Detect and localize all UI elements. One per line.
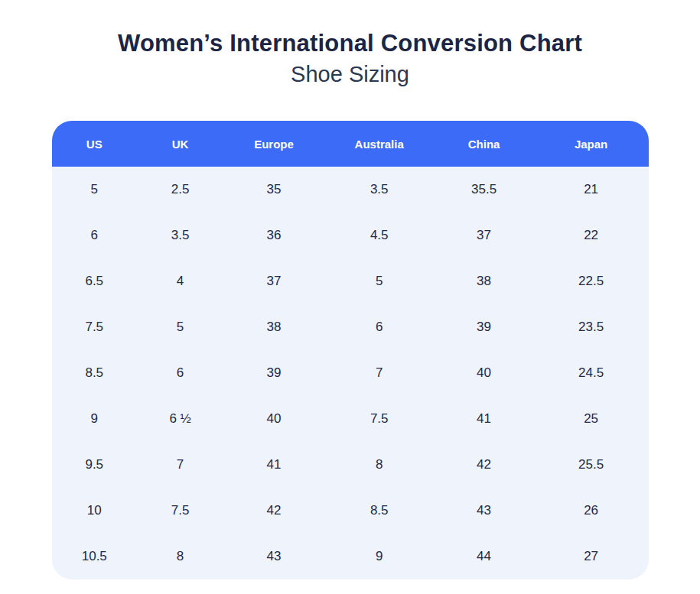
table-cell: 7 [137,442,223,488]
table-cell: 5 [137,304,223,350]
column-header-us: US [52,121,138,167]
table-cell: 6 [52,213,138,258]
table-cell: 6 [324,304,435,350]
table-cell: 7.5 [52,304,138,350]
table-cell: 27 [534,534,649,579]
table-cell: 24.5 [534,350,649,396]
table-cell: 10 [52,488,138,534]
table-cell: 25.5 [534,442,649,488]
table-cell: 3.5 [137,213,223,258]
table-header: USUKEuropeAustraliaChinaJapan [52,121,649,167]
table-cell: 5 [324,258,435,304]
table-cell: 3.5 [324,167,435,213]
table-cell: 8 [137,534,223,579]
table-cell: 7.5 [137,488,223,534]
table-cell: 8.5 [324,488,435,534]
table-cell: 35 [223,167,324,213]
column-header-china: China [434,121,533,167]
table-cell: 43 [223,534,324,579]
table-cell: 40 [434,350,533,396]
table-cell: 41 [223,442,324,488]
column-header-australia: Australia [324,121,435,167]
table-cell: 42 [434,442,533,488]
table-cell: 43 [434,488,533,534]
table-cell: 4 [137,258,223,304]
table-cell: 44 [434,534,533,579]
table-row: 52.5353.535.521 [52,167,649,213]
table-cell: 6 [137,350,223,396]
table-row: 63.5364.53722 [52,213,649,258]
table-cell: 5 [52,167,138,213]
table-row: 10.584394427 [52,534,649,579]
table-cell: 8 [324,442,435,488]
column-header-japan: Japan [534,121,649,167]
table-cell: 25 [534,396,649,442]
table-cell: 39 [434,304,533,350]
table-cell: 38 [434,258,533,304]
table-cell: 7.5 [324,396,435,442]
table-cell: 22 [534,213,649,258]
table-cell: 9.5 [52,442,138,488]
table-cell: 2.5 [137,167,223,213]
column-header-europe: Europe [223,121,324,167]
table-cell: 7 [324,350,435,396]
page-title: Women’s International Conversion Chart [0,29,700,57]
table-cell: 21 [534,167,649,213]
table-cell: 36 [223,213,324,258]
table-cell: 9 [52,396,138,442]
table-cell: 4.5 [324,213,435,258]
table-cell: 40 [223,396,324,442]
table-cell: 22.5 [534,258,649,304]
table-cell: 23.5 [534,304,649,350]
table-row: 6.543753822.5 [52,258,649,304]
table-cell: 6 ½ [137,396,223,442]
shoe-size-conversion-table: USUKEuropeAustraliaChinaJapan 52.5353.53… [52,121,649,579]
conversion-table-container: USUKEuropeAustraliaChinaJapan 52.5353.53… [52,121,649,579]
table-row: 9.574184225.5 [52,442,649,488]
table-cell: 10.5 [52,534,138,579]
table-cell: 26 [534,488,649,534]
table-body: 52.5353.535.52163.5364.537226.543753822.… [52,167,649,579]
table-cell: 37 [434,213,533,258]
table-cell: 39 [223,350,324,396]
table-cell: 6.5 [52,258,138,304]
page-subtitle: Shoe Sizing [0,60,700,88]
table-row: 7.553863923.5 [52,304,649,350]
column-header-uk: UK [137,121,223,167]
table-cell: 38 [223,304,324,350]
table-header-row: USUKEuropeAustraliaChinaJapan [52,121,649,167]
table-cell: 35.5 [434,167,533,213]
table-cell: 42 [223,488,324,534]
table-row: 96 ½407.54125 [52,396,649,442]
table-cell: 8.5 [52,350,138,396]
table-row: 107.5428.54326 [52,488,649,534]
table-row: 8.563974024.5 [52,350,649,396]
table-cell: 41 [434,396,533,442]
table-cell: 9 [324,534,435,579]
table-cell: 37 [223,258,324,304]
